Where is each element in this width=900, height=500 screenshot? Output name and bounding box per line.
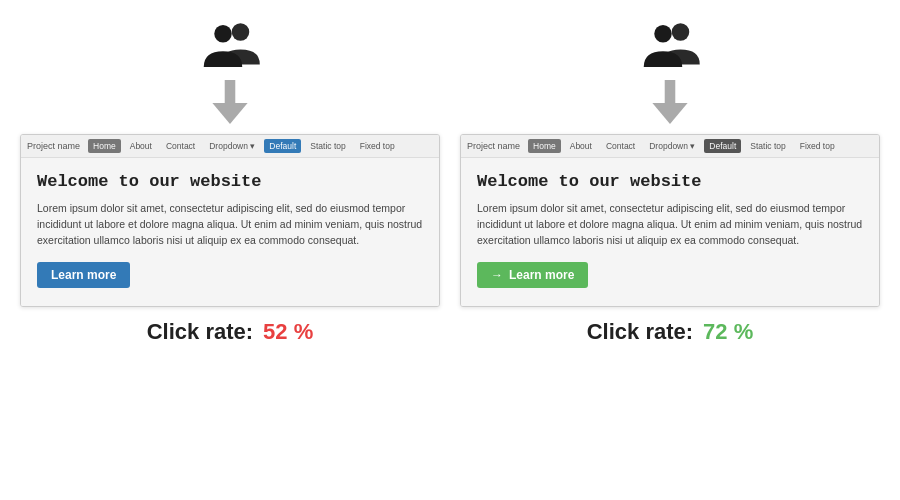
- browser-content-a: Welcome to our website Lorem ipsum dolor…: [21, 158, 439, 306]
- nav-default-b[interactable]: Default: [704, 139, 741, 153]
- website-heading-a: Welcome to our website: [37, 172, 423, 191]
- website-heading-b: Welcome to our website: [477, 172, 863, 191]
- browser-mockup-b: Project name Home About Contact Dropdown…: [460, 134, 880, 307]
- click-rate-row-b: Click rate: 72 %: [460, 319, 880, 345]
- svg-marker-7: [652, 103, 687, 124]
- nav-dropdown-b[interactable]: Dropdown ▾: [644, 139, 700, 153]
- browser-content-b: Welcome to our website Lorem ipsum dolor…: [461, 158, 879, 306]
- panel-b: Project name Home About Contact Dropdown…: [460, 10, 880, 345]
- learn-more-button-a[interactable]: Learn more: [37, 262, 130, 288]
- nav-home-a[interactable]: Home: [88, 139, 121, 153]
- click-rate-row-a: Click rate: 52 %: [20, 319, 440, 345]
- svg-point-0: [232, 23, 250, 41]
- users-icon-a: [195, 15, 265, 70]
- nav-fixed-a[interactable]: Fixed top: [355, 139, 400, 153]
- nav-about-a[interactable]: About: [125, 139, 157, 153]
- nav-home-b[interactable]: Home: [528, 139, 561, 153]
- click-rate-value-a: 52 %: [263, 319, 313, 345]
- click-rate-value-b: 72 %: [703, 319, 753, 345]
- nav-static-a[interactable]: Static top: [305, 139, 350, 153]
- svg-point-4: [672, 23, 690, 41]
- learn-more-label-a: Learn more: [51, 268, 116, 282]
- browser-mockup-a: Project name Home About Contact Dropdown…: [20, 134, 440, 307]
- arrow-down-a: [212, 80, 248, 124]
- svg-rect-2: [225, 80, 236, 105]
- svg-point-5: [654, 25, 672, 43]
- panel-a: Project name Home About Contact Dropdown…: [20, 10, 440, 345]
- click-rate-label-a: Click rate:: [147, 319, 253, 345]
- nav-default-a[interactable]: Default: [264, 139, 301, 153]
- nav-fixed-b[interactable]: Fixed top: [795, 139, 840, 153]
- browser-navbar-b: Project name Home About Contact Dropdown…: [461, 135, 879, 158]
- click-rate-label-b: Click rate:: [587, 319, 693, 345]
- nav-contact-a[interactable]: Contact: [161, 139, 200, 153]
- svg-marker-3: [212, 103, 247, 124]
- learn-more-label-b: Learn more: [509, 268, 574, 282]
- nav-brand-a: Project name: [27, 141, 80, 151]
- svg-point-1: [214, 25, 232, 43]
- website-body-b: Lorem ipsum dolor sit amet, consectetur …: [477, 201, 863, 248]
- main-container: Project name Home About Contact Dropdown…: [20, 10, 880, 345]
- website-body-a: Lorem ipsum dolor sit amet, consectetur …: [37, 201, 423, 248]
- arrow-down-b: [652, 80, 688, 124]
- users-icon-b: [635, 15, 705, 70]
- nav-static-b[interactable]: Static top: [745, 139, 790, 153]
- browser-navbar-a: Project name Home About Contact Dropdown…: [21, 135, 439, 158]
- arrow-icon-b: →: [491, 268, 503, 282]
- svg-rect-6: [665, 80, 676, 105]
- learn-more-button-b[interactable]: → Learn more: [477, 262, 588, 288]
- nav-dropdown-a[interactable]: Dropdown ▾: [204, 139, 260, 153]
- nav-brand-b: Project name: [467, 141, 520, 151]
- nav-about-b[interactable]: About: [565, 139, 597, 153]
- nav-contact-b[interactable]: Contact: [601, 139, 640, 153]
